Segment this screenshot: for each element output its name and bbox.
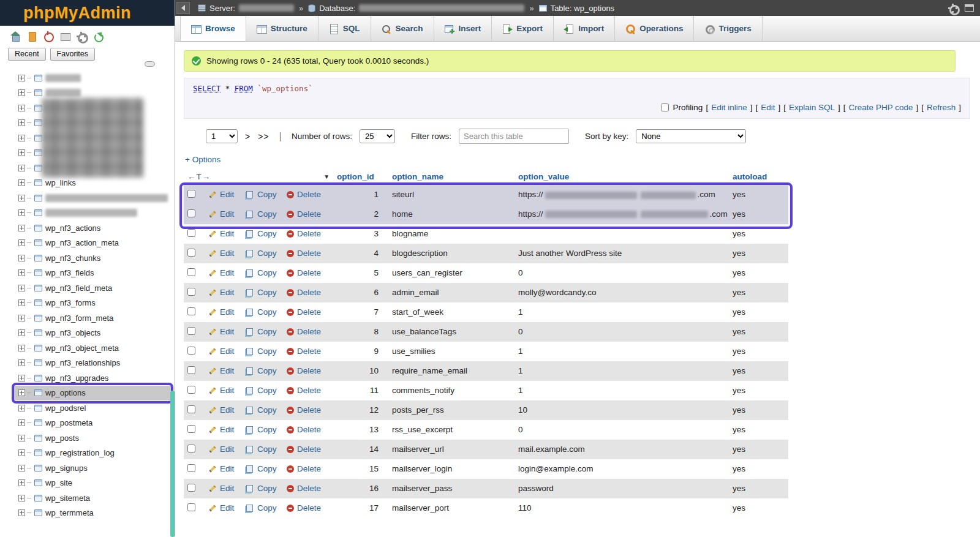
copy-link[interactable]: Copy — [246, 503, 279, 513]
delete-link[interactable]: Delete — [287, 288, 330, 297]
edit-link[interactable]: Edit — [761, 103, 775, 112]
logout-icon[interactable] — [43, 31, 54, 42]
sidebar-item-wp-nf3-action-meta[interactable]: wp_nf3_action_meta — [0, 236, 175, 251]
sort-desc-icon[interactable]: ▼ — [323, 173, 330, 180]
delete-link[interactable]: Delete — [287, 464, 330, 473]
refresh-link[interactable]: Refresh — [927, 103, 956, 112]
delete-link[interactable]: Delete — [287, 347, 330, 356]
plus-icon[interactable] — [18, 359, 25, 366]
sidebar-item-wp-nf3-field-meta[interactable]: wp_nf3_field_meta — [0, 280, 175, 296]
edit-link[interactable]: Edit — [208, 249, 239, 258]
row-checkbox[interactable] — [187, 405, 195, 413]
copy-link[interactable]: Copy — [246, 327, 279, 336]
copy-link[interactable]: Copy — [246, 268, 279, 277]
copy-link[interactable]: Copy — [246, 386, 279, 395]
row-checkbox[interactable] — [187, 484, 195, 492]
plus-icon[interactable] — [18, 255, 25, 261]
copy-link[interactable]: Copy — [246, 307, 279, 317]
edit-link[interactable]: Edit — [208, 288, 239, 297]
row-checkbox[interactable] — [187, 229, 195, 237]
delete-link[interactable]: Delete — [287, 307, 330, 317]
delete-link[interactable]: Delete — [287, 425, 330, 434]
breadcrumb-database[interactable]: Database: — [319, 4, 355, 13]
sidebar-item-wp-options[interactable]: wp_options — [0, 386, 175, 401]
copy-link[interactable]: Copy — [246, 288, 279, 297]
plus-icon[interactable] — [18, 375, 25, 381]
copy-link[interactable]: Copy — [246, 229, 279, 238]
tab-import[interactable]: Import — [554, 16, 615, 41]
sidebar-item-wp-nf3-upgrades[interactable]: wp_nf3_upgrades — [0, 370, 175, 386]
copy-link[interactable]: Copy — [246, 484, 279, 493]
plus-icon[interactable] — [18, 479, 25, 486]
edit-link[interactable]: Edit — [208, 503, 239, 513]
edit-link[interactable]: Edit — [208, 484, 239, 493]
plus-icon[interactable] — [18, 89, 25, 96]
copy-link[interactable]: Copy — [246, 366, 279, 375]
tab-export[interactable]: Export — [492, 16, 554, 41]
sidebar-item-wp-podsrel[interactable]: wp_podsrel — [0, 400, 175, 416]
edit-link[interactable]: Edit — [208, 445, 239, 454]
sidebar-item-wp-nf3-form-meta[interactable]: wp_nf3_form_meta — [0, 310, 175, 326]
tab-triggers[interactable]: Triggers — [694, 16, 762, 41]
sidebar-item-wp-site[interactable]: wp_site — [0, 476, 175, 491]
plus-icon[interactable] — [18, 135, 25, 141]
plus-icon[interactable] — [18, 285, 25, 291]
plus-icon[interactable] — [18, 495, 25, 501]
tab-browse[interactable]: Browse — [180, 16, 246, 41]
plus-icon[interactable] — [18, 509, 25, 516]
edit-link[interactable]: Edit — [208, 425, 239, 434]
plus-icon[interactable] — [18, 269, 25, 276]
edit-link[interactable]: Edit — [208, 366, 239, 375]
sidebar-item-wp-registration-log[interactable]: wp_registration_log — [0, 446, 175, 461]
collapse-nav-button[interactable] — [176, 2, 190, 14]
last-page-link[interactable]: >> — [258, 132, 269, 141]
gear-icon[interactable] — [948, 4, 957, 13]
options-toggle[interactable]: + Options — [185, 155, 221, 164]
row-checkbox[interactable] — [187, 366, 195, 374]
copy-link[interactable]: Copy — [246, 190, 279, 199]
tab-structure[interactable]: Structure — [246, 16, 318, 41]
copy-link[interactable]: Copy — [246, 405, 279, 415]
edit-link[interactable]: Edit — [208, 386, 239, 395]
plus-icon[interactable] — [18, 179, 25, 186]
plus-icon[interactable] — [18, 149, 25, 156]
delete-link[interactable]: Delete — [287, 445, 330, 454]
row-checkbox[interactable] — [187, 327, 195, 335]
row-checkbox[interactable] — [187, 249, 195, 257]
column-header-option-name[interactable]: option_name — [388, 169, 514, 185]
copy-link[interactable]: Copy — [246, 347, 279, 356]
plus-icon[interactable] — [18, 435, 25, 441]
delete-link[interactable]: Delete — [287, 405, 330, 415]
tab-operations[interactable]: Operations — [615, 16, 694, 41]
plus-icon[interactable] — [18, 105, 25, 111]
row-checkbox[interactable] — [187, 347, 195, 355]
sidebar-item-wp-links[interactable]: wp_links — [0, 176, 175, 191]
row-checkbox[interactable] — [187, 209, 195, 217]
row-checkbox[interactable] — [187, 503, 195, 511]
refresh-icon[interactable] — [92, 31, 104, 42]
tab-search[interactable]: Search — [371, 16, 434, 41]
sidebar-item-redacted[interactable] — [0, 206, 175, 221]
sidebar-item-wp-nf3-chunks[interactable]: wp_nf3_chunks — [0, 250, 175, 266]
sidebar-item-wp-nf3-actions[interactable]: wp_nf3_actions — [0, 220, 175, 236]
delete-link[interactable]: Delete — [287, 209, 330, 219]
sidebar-scrollbar[interactable] — [170, 391, 175, 537]
breadcrumb-server[interactable]: Server: — [209, 4, 235, 13]
exit-icon[interactable] — [26, 31, 37, 42]
breadcrumb-table[interactable]: Table:wp_options — [551, 4, 614, 13]
filter-input[interactable] — [459, 129, 569, 144]
row-checkbox[interactable] — [187, 464, 195, 472]
sidebar-item-wp-nf3-forms[interactable]: wp_nf3_forms — [0, 296, 175, 311]
console-icon[interactable] — [59, 31, 70, 42]
copy-link[interactable]: Copy — [246, 445, 279, 454]
plus-icon[interactable] — [18, 315, 25, 321]
plus-icon[interactable] — [18, 239, 25, 246]
plus-icon[interactable] — [18, 195, 25, 201]
plus-icon[interactable] — [18, 389, 25, 396]
tab-sql[interactable]: SQL — [318, 16, 371, 41]
plus-icon[interactable] — [18, 225, 25, 231]
edit-link[interactable]: Edit — [208, 347, 239, 356]
copy-link[interactable]: Copy — [246, 464, 279, 473]
copy-link[interactable]: Copy — [246, 209, 279, 219]
edit-link[interactable]: Edit — [208, 229, 239, 238]
